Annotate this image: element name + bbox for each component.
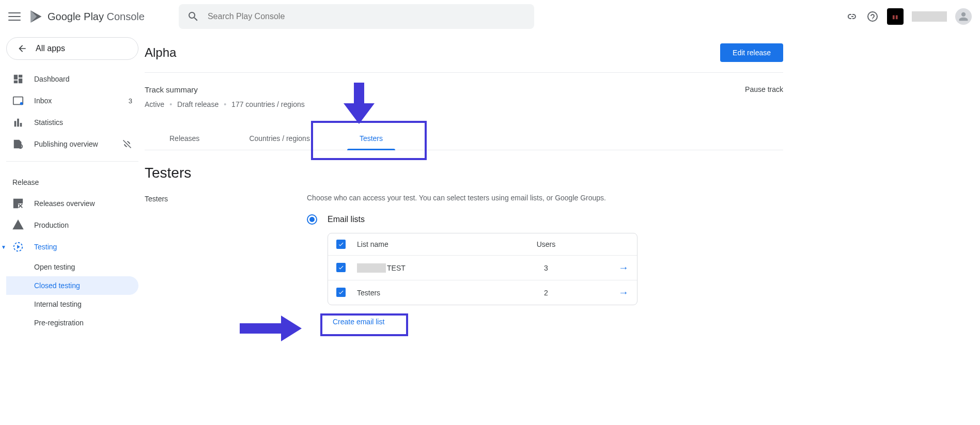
cell-users: 2: [494, 289, 598, 297]
nav-label: Closed testing: [34, 281, 80, 290]
email-lists-table: List name Users TEST 3 → Testers 2: [328, 233, 637, 305]
menu-icon[interactable]: [8, 10, 21, 23]
sidebar-item-inbox[interactable]: Inbox 3: [6, 90, 138, 112]
tab-testers[interactable]: Testers: [335, 127, 408, 150]
avatar[interactable]: [955, 8, 972, 25]
cell-list-name: Testers: [357, 289, 494, 297]
sidebar-item-testing[interactable]: ▼ Testing: [6, 236, 138, 258]
testing-icon: [12, 241, 24, 253]
nav-label: Testing: [34, 243, 57, 251]
redacted-text: [357, 263, 386, 273]
sidebar-item-publishing[interactable]: Publishing overview: [6, 133, 138, 155]
nav-label: Internal testing: [34, 300, 82, 308]
publishing-icon: [12, 138, 24, 150]
play-console-icon: [29, 9, 43, 24]
sidebar-item-internal-testing[interactable]: Internal testing: [6, 295, 138, 313]
sidebar: All apps Dashboard Inbox 3 Statistics Pu…: [0, 33, 145, 350]
table-header: List name Users: [328, 233, 637, 256]
svg-point-0: [20, 102, 23, 105]
section-release: Release: [6, 168, 138, 193]
check-icon: [338, 264, 344, 271]
sidebar-item-pre-registration[interactable]: Pre-registration: [6, 313, 138, 332]
top-bar: Google Play Console ▮▮: [0, 0, 980, 33]
col-list-name: List name: [357, 240, 494, 248]
col-users: Users: [494, 240, 598, 248]
crumb-countries: 177 countries / regions: [231, 100, 305, 108]
logo[interactable]: Google Play Console: [29, 9, 145, 24]
radio-icon: [307, 214, 317, 225]
nav-label: Production: [34, 221, 69, 229]
main-content: Alpha Edit release Track summary Active …: [145, 33, 796, 350]
help-text: Choose who can access your test. You can…: [307, 194, 637, 202]
sidebar-item-closed-testing[interactable]: Closed testing: [6, 276, 138, 295]
section-heading: Testers: [145, 165, 783, 181]
person-icon: [958, 11, 969, 22]
tabs: Releases Countries / regions Testers: [145, 127, 783, 150]
sidebar-item-open-testing[interactable]: Open testing: [6, 258, 138, 276]
account-name-redacted: [912, 11, 947, 22]
search-box[interactable]: [179, 4, 534, 29]
nav-label: Inbox: [34, 97, 52, 105]
app-badge-icon[interactable]: ▮▮: [887, 8, 904, 25]
help-icon[interactable]: [866, 10, 879, 23]
cell-users: 3: [494, 264, 598, 272]
checkbox-all[interactable]: [336, 240, 346, 249]
nav-label: Releases overview: [34, 199, 95, 208]
all-apps-label: All apps: [36, 44, 65, 53]
check-icon: [338, 289, 344, 295]
inbox-badge: 3: [129, 97, 132, 105]
sidebar-item-dashboard[interactable]: Dashboard: [6, 68, 138, 90]
arrow-left-icon: [17, 43, 27, 54]
crumb-status: Active: [145, 100, 164, 108]
logo-text: Google Play Console: [48, 11, 145, 23]
production-icon: [12, 219, 24, 231]
nav-label: Statistics: [34, 118, 63, 127]
table-row: Testers 2 →: [328, 280, 637, 305]
track-summary-label: Track summary: [145, 85, 305, 94]
radio-label: Email lists: [328, 215, 365, 224]
checkbox-row[interactable]: [336, 288, 346, 297]
tab-releases[interactable]: Releases: [145, 127, 224, 150]
unmanaged-icon: [122, 139, 132, 149]
create-email-list-link[interactable]: Create email list: [328, 314, 390, 329]
cell-list-name: TEST: [357, 263, 494, 273]
overview-icon: [12, 198, 24, 209]
header-actions: ▮▮: [846, 8, 972, 25]
inbox-icon: [12, 95, 24, 106]
arrow-right-icon[interactable]: →: [618, 287, 629, 298]
table-row: TEST 3 →: [328, 256, 637, 280]
edit-release-button[interactable]: Edit release: [720, 43, 783, 62]
page-title: Alpha: [145, 45, 176, 60]
stats-icon: [12, 117, 24, 128]
sidebar-item-statistics[interactable]: Statistics: [6, 112, 138, 133]
pause-track-link[interactable]: Pause track: [745, 85, 783, 93]
checkbox-row[interactable]: [336, 263, 346, 272]
nav-label: Dashboard: [34, 75, 70, 83]
search-input[interactable]: [208, 12, 526, 21]
sidebar-item-production[interactable]: Production: [6, 214, 138, 236]
nav-label: Open testing: [34, 263, 75, 271]
dashboard-icon: [12, 73, 24, 85]
track-breadcrumb: Active • Draft release • 177 countries /…: [145, 100, 305, 108]
link-icon[interactable]: [846, 10, 858, 23]
sidebar-item-releases-overview[interactable]: Releases overview: [6, 193, 138, 214]
all-apps-button[interactable]: All apps: [6, 37, 138, 60]
arrow-right-icon[interactable]: →: [618, 262, 629, 273]
tab-countries[interactable]: Countries / regions: [224, 127, 335, 150]
radio-email-lists[interactable]: Email lists: [307, 214, 637, 225]
form-label-testers: Testers: [145, 194, 294, 329]
search-icon: [187, 10, 199, 23]
check-icon: [338, 241, 344, 247]
nav-label: Pre-registration: [34, 319, 84, 327]
crumb-draft: Draft release: [177, 100, 219, 108]
chevron-down-icon: ▼: [1, 244, 6, 250]
nav-label: Publishing overview: [34, 140, 98, 148]
